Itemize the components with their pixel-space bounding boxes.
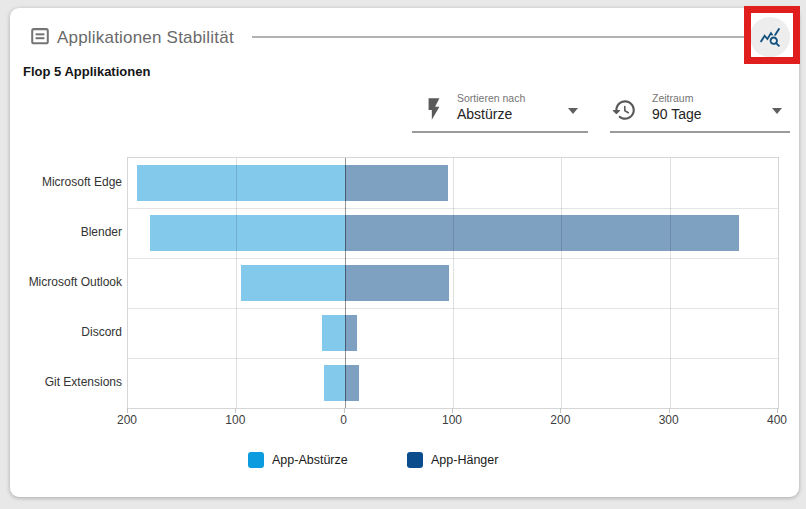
y-axis-label: Git Extensions — [10, 357, 122, 407]
sort-dropdown-underline — [412, 131, 588, 133]
y-axis-label: Blender — [10, 207, 122, 257]
title-divider — [252, 36, 744, 38]
query-stats-icon — [759, 26, 781, 48]
gridline — [670, 158, 671, 408]
bar-crashes-0[interactable] — [137, 165, 345, 201]
bar-crashes-2[interactable] — [241, 265, 345, 301]
x-tick-label: 300 — [659, 413, 679, 427]
y-axis-labels: Microsoft EdgeBlenderMicrosoft OutlookDi… — [10, 157, 122, 407]
timerange-dropdown-underline — [610, 131, 790, 133]
chevron-down-icon[interactable] — [772, 108, 782, 114]
bar-crashes-4[interactable] — [324, 365, 345, 401]
widget-title: Applikationen Stabilität — [57, 26, 234, 50]
x-tick-label: 200 — [117, 413, 137, 427]
legend-swatch — [407, 452, 423, 468]
chart-zoom-button[interactable] — [750, 17, 790, 57]
bar-hangs-3[interactable] — [345, 315, 357, 351]
bar-crashes-1[interactable] — [150, 215, 345, 251]
bar-hangs-4[interactable] — [345, 365, 359, 401]
x-axis: 2001000100200300400 — [127, 408, 777, 434]
x-tick-label: 400 — [767, 413, 787, 427]
gridline — [453, 158, 454, 408]
sort-dropdown-label: Sortieren nach — [457, 92, 525, 104]
legend: App-AbstürzeApp-Hänger — [10, 452, 799, 472]
legend-swatch — [248, 452, 264, 468]
y-axis-label: Microsoft Outlook — [10, 257, 122, 307]
timerange-dropdown-value[interactable]: 90 Tage — [652, 106, 702, 122]
gridline — [236, 158, 237, 408]
x-tick-label: 200 — [550, 413, 570, 427]
stability-widget-card: Applikationen Stabilität Flop 5 Applikat… — [10, 8, 799, 497]
y-axis-label: Discord — [10, 307, 122, 357]
flash-icon — [421, 96, 447, 122]
page-background: { "card": { "header": { "title": "Applik… — [0, 0, 806, 509]
legend-label: App-Hänger — [431, 453, 498, 467]
x-tick-label: 100 — [442, 413, 462, 427]
bar-crashes-3[interactable] — [322, 315, 345, 351]
widget-card-icon — [29, 25, 51, 47]
legend-label: App-Abstürze — [272, 453, 348, 467]
gridline — [561, 158, 562, 408]
bar-hangs-0[interactable] — [345, 165, 448, 201]
zero-line — [345, 158, 346, 408]
timerange-dropdown-label: Zeitraum — [652, 92, 693, 104]
chevron-down-icon[interactable] — [568, 108, 578, 114]
legend-item-hangs[interactable]: App-Hänger — [407, 452, 498, 468]
chart-title: Flop 5 Applikationen — [23, 64, 150, 79]
x-tick-label: 0 — [340, 413, 347, 427]
history-icon — [611, 97, 637, 123]
plot-area — [127, 157, 779, 409]
legend-item-crashes[interactable]: App-Abstürze — [248, 452, 348, 468]
sort-dropdown-value[interactable]: Abstürze — [457, 106, 512, 122]
x-tick-label: 100 — [225, 413, 245, 427]
y-axis-label: Microsoft Edge — [10, 157, 122, 207]
bar-hangs-1[interactable] — [345, 215, 739, 251]
bar-hangs-2[interactable] — [345, 265, 449, 301]
